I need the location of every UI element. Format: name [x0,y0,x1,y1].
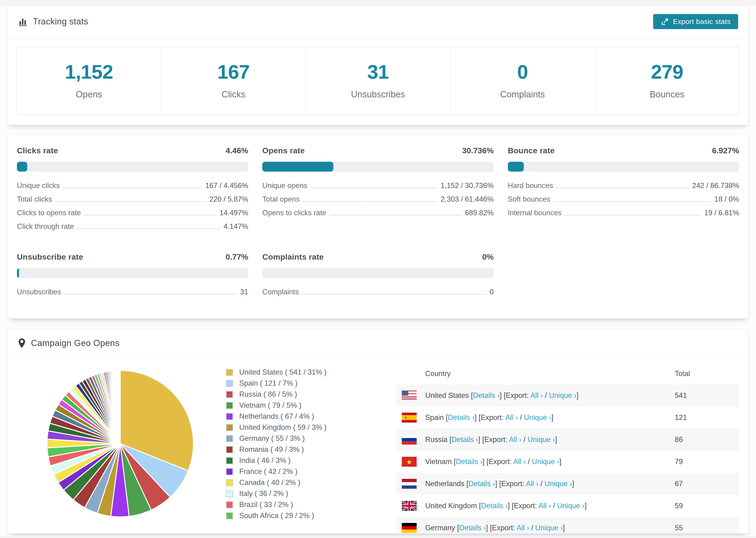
legend-item-germany: Germany ( 55 / 3% ) [226,434,357,443]
country-name: United Kingdom [425,502,477,510]
flag-es-icon [402,413,417,422]
country-total: 59 [675,502,733,510]
legend-swatch [226,402,233,409]
country-total: 67 [675,480,733,488]
export-all-link[interactable]: All › [526,480,538,488]
details-link[interactable]: Details › [456,457,482,466]
export-all-link[interactable]: All › [509,435,521,444]
dotted-leader [55,201,206,202]
export-all-link[interactable]: All › [538,502,551,510]
progress-bar [17,268,248,278]
legend-swatch [226,435,233,442]
rate-value: 0.77% [226,252,248,261]
legend-label: Germany ( 55 / 3% ) [239,434,305,443]
details-link[interactable]: Details › [448,413,475,422]
legend-swatch [226,468,233,475]
map-pin-icon [18,338,26,348]
legend-label: Spain ( 121 / 7% ) [239,379,297,388]
rate-value: 4.46% [226,146,248,155]
page-bottom-background [0,536,756,538]
legend-swatch [226,457,233,464]
export-unique-link[interactable]: Unique › [527,435,555,444]
stat-label: Unsubscribes [306,89,450,99]
export-all-link[interactable]: All › [516,524,529,532]
dotted-leader [84,215,216,215]
export-all-link[interactable]: All › [505,413,518,422]
legend-swatch [226,446,233,453]
export-unique-link[interactable]: Unique › [532,457,559,466]
progress-bar [262,162,494,172]
legend-label: Brazil ( 33 / 2% ) [239,501,293,509]
geo-table-header: Country Total [396,363,739,385]
rate-row-unsubscribes: Unsubscribes 31 [17,287,248,297]
details-link[interactable]: Details › [481,502,508,510]
rate-title: Bounce rate [508,146,555,155]
country-total: 55 [675,524,733,532]
legend-label: South Africa ( 29 / 2% ) [239,511,314,520]
stat-label: Clicks [162,89,306,99]
table-row-united-states: United States [Details ›] [Export: All ›… [396,385,739,406]
stat-label: Complaints [451,89,595,99]
details-link[interactable]: Details › [452,435,478,444]
export-unique-link[interactable]: Unique › [535,524,563,532]
rate-title: Clicks rate [17,146,58,155]
legend-item-romania: Romania ( 49 / 3% ) [226,445,357,454]
pie-legend: United States ( 541 / 31% ) Spain ( 121 … [226,368,357,522]
flag-de-icon [402,523,417,533]
legend-item-india: India ( 46 / 3% ) [226,456,357,465]
legend-item-spain: Spain ( 121 / 7% ) [226,379,357,388]
rate-block-opens-rate: Opens rate 30.736% Unique opens 1,152 / … [262,146,494,236]
export-all-link[interactable]: All › [530,391,543,400]
rate-row-internal-bounces: Internal bounces 19 / 6.81% [508,208,739,218]
stat-value: 31 [306,61,450,83]
export-unique-link[interactable]: Unique › [557,502,585,510]
stat-value: 0 [451,61,595,83]
summary-stat-complaints: 0 Complaints [450,47,595,115]
dotted-leader [557,188,689,188]
export-unique-link[interactable]: Unique › [549,391,576,400]
rate-row-opens-to-clicks-rate: Opens to clicks rate 689.82% [262,208,494,218]
rate-block-bounce-rate: Bounce rate 6.927% Hard bounces 242 / 86… [508,146,739,236]
dotted-leader [63,188,202,188]
table-row-united-kingdom: United Kingdom [Details ›] [Export: All … [396,495,739,517]
legend-item-netherlands: Netherlands ( 67 / 4% ) [226,412,357,421]
rate-value: 6.927% [712,146,739,155]
stat-label: Bounces [595,89,739,99]
progress-bar [262,268,494,278]
legend-label: Russia ( 86 / 5% ) [239,390,297,399]
summary-stats-row: 1,152 Opens167 Clicks31 Unsubscribes0 Co… [17,46,739,115]
details-link[interactable]: Details › [459,524,486,532]
legend-swatch [226,391,233,398]
legend-label: Italy ( 36 / 2% ) [239,489,288,498]
legend-item-canada: Canada ( 40 / 2% ) [226,478,357,487]
rate-row-hard-bounces: Hard bounces 242 / 86.738% [508,181,739,190]
export-unique-link[interactable]: Unique › [524,413,551,422]
table-row-vietnam: Vietnam [Details ›] [Export: All › / Uni… [396,451,739,473]
dotted-leader [330,215,462,215]
dotted-leader [554,201,711,202]
legend-swatch [226,424,233,431]
rate-value: 30.736% [462,146,494,155]
geo-content: United States ( 541 / 31% ) Spain ( 121 … [8,357,748,534]
dotted-leader [303,201,437,202]
country-total: 121 [675,413,733,422]
legend-item-brazil: Brazil ( 33 / 2% ) [226,501,357,509]
legend-label: India ( 46 / 3% ) [239,456,291,465]
export-unique-link[interactable]: Unique › [544,480,572,488]
details-link[interactable]: Details › [473,391,500,400]
progress-bar [17,162,248,172]
rate-title: Complaints rate [262,252,324,261]
legend-label: United Kingdom ( 59 / 3% ) [239,423,327,432]
legend-item-vietnam: Vietnam ( 79 / 5% ) [226,401,357,409]
tracking-stats-header: Tracking stats Export basic stats [8,6,748,38]
country-name: Vietnam [425,457,452,466]
legend-item-italy: Italy ( 36 / 2% ) [226,489,357,498]
export-basic-stats-button[interactable]: Export basic stats [653,14,738,29]
rate-row-unique-clicks: Unique clicks 167 / 4.456% [17,181,248,190]
details-link[interactable]: Details › [468,480,495,488]
country-name: Netherlands [425,480,464,488]
geo-table: Country Total United States [Details ›] … [396,363,739,534]
export-all-link[interactable]: All › [513,457,526,466]
rate-row-complaints: Complaints 0 [262,287,494,297]
legend-label: Vietnam ( 79 / 5% ) [239,401,301,409]
